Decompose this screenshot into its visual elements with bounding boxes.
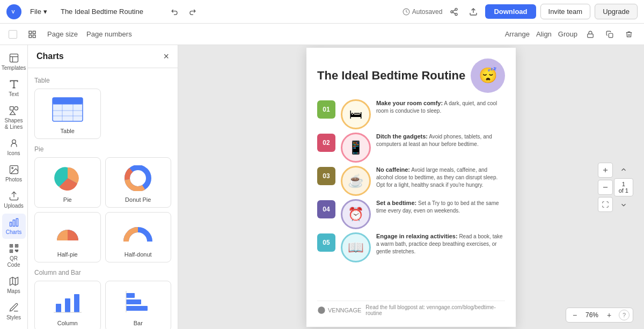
chart-grid-table: Table — [34, 89, 171, 139]
upgrade-button[interactable]: Upgrade — [595, 4, 638, 19]
step-badge-5: 05 — [317, 233, 335, 252]
sidebar-item-qrcode[interactable]: QR Code — [2, 240, 26, 272]
page-numbers-label[interactable]: Page numbers — [86, 30, 132, 38]
svg-rect-50 — [126, 293, 135, 298]
charts-panel-close-button[interactable]: × — [163, 52, 169, 61]
download-button[interactable]: Download — [485, 4, 536, 19]
sidebar-item-text[interactable]: Text — [2, 76, 26, 101]
zoom-in-canvas-button[interactable] — [598, 163, 613, 178]
half-donut-chart-label: Half-donut — [125, 251, 152, 258]
canvas-page[interactable]: The Ideal Bedtime Routine 😴 01 🛏 Make yo… — [306, 48, 516, 327]
svg-marker-30 — [10, 277, 18, 286]
zoom-controls: − 76% + ? — [566, 308, 633, 323]
document-title-input[interactable] — [56, 5, 163, 18]
page-select-checkbox[interactable] — [9, 30, 17, 39]
secondary-toolbar: Page size Page numbers Arrange Align Gro… — [0, 24, 644, 45]
svg-rect-8 — [33, 31, 35, 34]
column-chart-label: Column — [57, 320, 78, 326]
sidebar-item-icons[interactable]: Icons — [2, 135, 26, 160]
step-item-5: 05 📖 Engage in relaxing activities: Read… — [317, 232, 505, 262]
infographic-header: The Ideal Bedtime Routine 😴 — [317, 59, 505, 93]
align-action[interactable]: Align — [536, 30, 552, 38]
footer-url: Read the full blogpost at: venngage.com/… — [365, 304, 505, 316]
step-icon-5: 📖 — [341, 232, 371, 262]
zoom-help-button[interactable]: ? — [619, 310, 630, 320]
canvas-area: The Ideal Bedtime Routine 😴 01 🛏 Make yo… — [178, 45, 644, 329]
chart-item-half-pie[interactable]: Half-pie — [34, 212, 101, 262]
chart-item-column[interactable]: Column — [34, 281, 101, 329]
sidebar-item-maps[interactable]: Maps — [2, 273, 26, 298]
grid-view-icon[interactable] — [26, 28, 39, 41]
fit-canvas-button[interactable] — [598, 197, 613, 212]
svg-rect-12 — [609, 33, 613, 38]
step-item-1: 01 🛏 Make your room comfy: A dark, quiet… — [317, 99, 505, 129]
charts-panel: Charts × Table — [28, 45, 178, 329]
charts-panel-header: Charts × — [28, 45, 178, 68]
step-icon-1: 🛏 — [341, 99, 371, 129]
chart-grid-column-bar: Column Bar — [34, 281, 171, 329]
sidebar-icon-rail: Templates Text Shapes & Lines Icons Phot… — [0, 45, 28, 329]
chart-item-pie[interactable]: Pie — [34, 157, 101, 208]
donut-pie-chart-label: Donut Pie — [125, 196, 151, 203]
svg-rect-9 — [29, 35, 32, 38]
charts-panel-content: Table Table — [28, 68, 178, 329]
chart-item-bar[interactable]: Bar — [105, 281, 172, 329]
step-badge-4: 04 — [317, 200, 335, 218]
zoom-plus-button[interactable]: + — [604, 310, 614, 320]
bar-chart-label: Bar — [134, 320, 143, 326]
step-badge-2: 02 — [317, 134, 335, 152]
infographic-title: The Ideal Bedtime Routine — [317, 69, 471, 83]
zoom-minus-button[interactable]: − — [569, 310, 580, 320]
share-icon-button[interactable] — [447, 4, 462, 19]
sidebar-item-uploads[interactable]: Uploads — [2, 187, 26, 213]
main-toolbar: V File ▾ Autosaved Download Invite team … — [0, 0, 644, 24]
bar-chart-icon — [116, 286, 159, 318]
svg-rect-29 — [11, 251, 12, 252]
toolbar-right-group: Autosaved Download Invite team Upgrade — [402, 4, 638, 19]
half-donut-chart-icon — [116, 217, 159, 249]
svg-point-45 — [131, 235, 144, 246]
step-text-1: Make your room comfy: A dark, quiet, and… — [376, 99, 505, 115]
invite-team-button[interactable]: Invite team — [540, 4, 591, 19]
step-icon-2: 📱 — [341, 133, 371, 163]
svg-point-83 — [318, 306, 325, 313]
step-text-2: Ditch the gadgets: Avoid phones, tablets… — [376, 133, 505, 148]
upload-icon-button[interactable] — [466, 4, 481, 19]
table-chart-label: Table — [61, 128, 75, 134]
venngage-logo: VENNGAGE — [317, 306, 361, 315]
pie-chart-label: Pie — [63, 196, 72, 203]
charts-panel-title: Charts — [36, 52, 64, 61]
undo-button[interactable] — [167, 4, 182, 19]
svg-point-4 — [451, 11, 453, 13]
group-action[interactable]: Group — [558, 30, 577, 38]
step-item-3: 03 ☕ No caffeine: Avoid large meals, caf… — [317, 166, 505, 196]
copy-icon[interactable] — [603, 28, 616, 41]
sidebar-item-shapes[interactable]: Shapes & Lines — [2, 102, 26, 134]
lock-icon[interactable] — [584, 28, 597, 41]
page-nav-down-button[interactable] — [617, 199, 630, 211]
page-size-label[interactable]: Page size — [47, 30, 78, 38]
chart-item-donut-pie[interactable]: Donut Pie — [105, 157, 172, 208]
step-icon-3: ☕ — [341, 166, 371, 196]
zoom-out-canvas-button[interactable] — [598, 180, 613, 195]
infographic-footer: VENNGAGE Read the full blogpost at: venn… — [317, 301, 505, 316]
redo-button[interactable] — [185, 4, 200, 19]
table-chart-icon — [46, 93, 89, 126]
svg-point-44 — [133, 173, 143, 184]
arrange-action[interactable]: Arrange — [505, 30, 530, 38]
svg-point-15 — [14, 107, 18, 111]
section-label-table: Table — [34, 77, 171, 84]
file-menu-button[interactable]: File ▾ — [26, 5, 52, 18]
steps-list: 01 🛏 Make your room comfy: A dark, quiet… — [317, 99, 505, 296]
chart-item-half-donut[interactable]: Half-donut — [105, 212, 172, 262]
sidebar-item-photos[interactable]: Photos — [2, 161, 26, 186]
sleeping-icon: 😴 — [471, 59, 505, 93]
sidebar-item-templates[interactable]: Templates — [2, 49, 26, 75]
sidebar-item-charts[interactable]: Charts — [2, 214, 26, 239]
page-nav-up-button[interactable] — [617, 163, 630, 176]
sidebar-item-styles[interactable]: Styles — [2, 299, 26, 324]
trash-icon[interactable] — [623, 28, 635, 41]
undo-redo-group — [167, 4, 200, 19]
chart-item-table[interactable]: Table — [34, 89, 101, 139]
donut-pie-chart-icon — [116, 162, 159, 194]
